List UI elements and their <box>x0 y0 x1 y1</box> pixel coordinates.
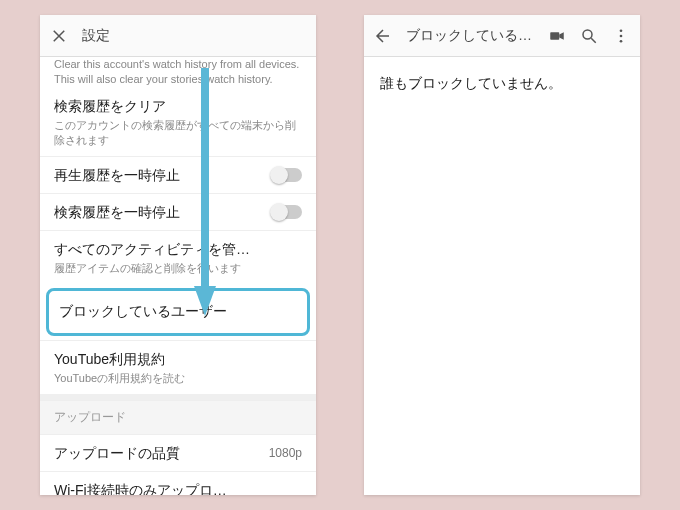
video-icon[interactable] <box>548 27 566 45</box>
settings-list: 検索履歴をクリア このアカウントの検索履歴がすべての端末から削除されます 再生履… <box>40 94 316 495</box>
item-label: アップロードの品質 <box>54 445 302 463</box>
item-label: 再生履歴を一時停止 <box>54 167 302 185</box>
item-blocked-users[interactable]: ブロックしているユーザー <box>46 288 310 336</box>
item-value: 1080p <box>269 446 302 460</box>
item-sublabel: YouTubeの利用規約を読む <box>54 371 302 386</box>
item-pause-search-history[interactable]: 検索履歴を一時停止 <box>40 193 316 230</box>
search-icon[interactable] <box>580 27 598 45</box>
item-pause-watch-history[interactable]: 再生履歴を一時停止 <box>40 156 316 193</box>
blocked-users-screen: ブロックしているユー… 誰もブロックしていません。 <box>364 15 640 495</box>
more-icon[interactable] <box>612 27 630 45</box>
svg-point-4 <box>620 29 623 32</box>
item-manage-all-activity[interactable]: すべてのアクティビティを管… 履歴アイテムの確認と削除を行います <box>40 230 316 284</box>
back-icon[interactable] <box>374 27 392 45</box>
item-clear-search-history[interactable]: 検索履歴をクリア このアカウントの検索履歴がすべての端末から削除されます <box>40 94 316 156</box>
section-header-upload: アップロード <box>40 400 316 434</box>
settings-screen: 設定 Clear this account's watch history fr… <box>40 15 316 495</box>
item-label: 検索履歴を一時停止 <box>54 204 302 222</box>
item-youtube-tos[interactable]: YouTube利用規約 YouTubeの利用規約を読む <box>40 340 316 394</box>
section-header-label: アップロード <box>54 410 126 424</box>
item-label: 検索履歴をクリア <box>54 98 302 116</box>
blocked-appbar: ブロックしているユー… <box>364 15 640 57</box>
toggle-pause-watch[interactable] <box>272 168 302 182</box>
item-upload-quality[interactable]: アップロードの品質 1080p <box>40 434 316 471</box>
item-label: Wi-Fi接続時のみアップロ… <box>54 482 302 495</box>
empty-state-text: 誰もブロックしていません。 <box>364 57 640 111</box>
toggle-pause-search[interactable] <box>272 205 302 219</box>
item-label: すべてのアクティビティを管… <box>54 241 302 259</box>
blocked-title: ブロックしているユー… <box>406 27 534 45</box>
clipped-history-description: Clear this account's watch history from … <box>40 57 316 94</box>
svg-point-5 <box>620 34 623 37</box>
item-sublabel: 履歴アイテムの確認と削除を行います <box>54 261 302 276</box>
item-wifi-only-upload[interactable]: Wi-Fi接続時のみアップロ… <box>40 471 316 495</box>
svg-rect-2 <box>550 32 559 40</box>
settings-title: 設定 <box>82 27 306 45</box>
svg-point-6 <box>620 39 623 42</box>
item-sublabel: このアカウントの検索履歴がすべての端末から削除されます <box>54 118 302 148</box>
item-label: ブロックしているユーザー <box>59 303 297 321</box>
settings-appbar: 設定 <box>40 15 316 57</box>
close-icon[interactable] <box>50 27 68 45</box>
item-label: YouTube利用規約 <box>54 351 302 369</box>
svg-point-3 <box>583 30 592 39</box>
